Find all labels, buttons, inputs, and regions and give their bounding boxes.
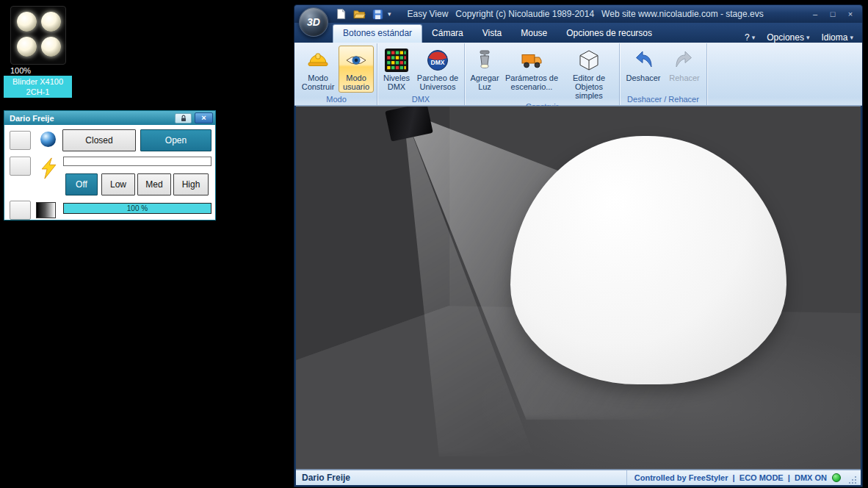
group-label-modo: Modo bbox=[299, 94, 374, 105]
parcheo-universos-button[interactable]: DMX Parcheo de Universos bbox=[414, 46, 461, 93]
shutter-closed-label: Closed bbox=[85, 135, 112, 146]
preset-button-shutter[interactable] bbox=[10, 131, 31, 150]
palette-body: Closed Open Off Low Med High bbox=[4, 125, 215, 220]
logo-text: 3D bbox=[307, 16, 320, 28]
redo-icon bbox=[673, 49, 696, 72]
viewport-3d[interactable] bbox=[296, 106, 861, 470]
level-med-label: Med bbox=[145, 179, 162, 190]
lock-icon bbox=[179, 114, 188, 122]
group-label-deshacer-rehacer: Deshacer / Rehacer bbox=[623, 94, 704, 105]
niveles-dmx-label: Niveles DMX bbox=[382, 73, 411, 91]
statusbar-right: Controlled by FreeStyler | ECO MODE | DM… bbox=[626, 470, 861, 485]
modo-construir-button[interactable]: Modo Construir bbox=[299, 46, 337, 93]
open-file-button[interactable] bbox=[352, 7, 366, 21]
resize-grip[interactable] bbox=[847, 475, 858, 485]
tab-opciones-de-recursos[interactable]: Opciones de recursos bbox=[557, 24, 662, 43]
deshacer-button[interactable]: Deshacer bbox=[623, 46, 664, 84]
caret-down-icon: ▾ bbox=[752, 34, 756, 41]
level-low-label: Low bbox=[110, 179, 126, 190]
preset-button-dimmer[interactable] bbox=[10, 201, 31, 220]
tab-label: Vista bbox=[482, 28, 502, 38]
statusbar-fixture-name: Dario Freije bbox=[296, 473, 350, 483]
niveles-dmx-button[interactable]: Niveles DMX bbox=[380, 46, 413, 93]
level-value-bar[interactable] bbox=[63, 157, 211, 166]
agregar-luz-button[interactable]: Agregar Luz bbox=[468, 46, 502, 93]
new-file-icon bbox=[336, 8, 346, 20]
ribbon: Modo Construir Modo usuario Modo bbox=[294, 43, 862, 106]
idioma-menu[interactable]: Idioma ▾ bbox=[821, 32, 853, 43]
close-icon: × bbox=[201, 114, 206, 122]
hard-hat-icon bbox=[306, 49, 330, 72]
undo-icon bbox=[632, 49, 655, 72]
palette-titlebar[interactable]: Dario Freije × bbox=[4, 111, 215, 125]
shutter-open-label: Open bbox=[165, 135, 187, 146]
level-med-button[interactable]: Med bbox=[137, 173, 171, 195]
rehacer-button[interactable]: Rehacer bbox=[665, 46, 704, 84]
tab-vista[interactable]: Vista bbox=[473, 24, 511, 43]
minimize-button[interactable]: – bbox=[809, 8, 822, 20]
fixture-channel: 2CH-1 bbox=[4, 87, 72, 97]
level-off-label: Off bbox=[76, 179, 87, 190]
tab-label: Botones estándar bbox=[343, 28, 412, 38]
help-menu[interactable]: ? ▾ bbox=[745, 32, 755, 43]
shutter-closed-button[interactable]: Closed bbox=[62, 129, 136, 151]
fixture-name: Blinder X4100 bbox=[4, 76, 72, 87]
group-dmx: Niveles DMX DMX Parcheo de Universos DMX bbox=[377, 43, 465, 105]
parametros-escenario-button[interactable]: Parámetros de escenario... bbox=[503, 46, 560, 93]
group-label-dmx: DMX bbox=[380, 94, 461, 105]
group-deshacer-rehacer: Deshacer Rehacer Deshacer / Rehacer bbox=[620, 43, 707, 105]
svg-text:DMX: DMX bbox=[431, 59, 445, 66]
dimmer-fader-bar[interactable]: 100 % bbox=[63, 203, 211, 214]
modo-construir-label: Modo Construir bbox=[300, 73, 336, 91]
dimmer-value: 100 % bbox=[127, 204, 148, 212]
qat-customize-button[interactable]: ▾ bbox=[388, 10, 391, 18]
tab-botones-estandar[interactable]: Botones estándar bbox=[333, 24, 422, 43]
dimmer-gradient-icon bbox=[36, 202, 56, 218]
save-button[interactable] bbox=[371, 7, 384, 21]
open-folder-icon bbox=[353, 9, 366, 19]
editor-objetos-button[interactable]: Editor de Objetos simples bbox=[562, 46, 616, 101]
close-icon: × bbox=[848, 10, 853, 18]
app-titlebar[interactable]: 3D bbox=[294, 5, 862, 23]
preset-button-level[interactable] bbox=[10, 157, 31, 176]
opciones-label: Opciones bbox=[767, 32, 804, 43]
spotlight-icon bbox=[473, 49, 496, 72]
tab-camara[interactable]: Cámara bbox=[422, 24, 473, 43]
help-label: ? bbox=[745, 32, 750, 43]
easy-view-window: 3D bbox=[294, 4, 863, 487]
level-low-button[interactable]: Low bbox=[101, 173, 135, 195]
truck-icon bbox=[520, 49, 543, 72]
right-menus: ? ▾ Opciones ▾ Idioma ▾ bbox=[745, 32, 862, 43]
app-logo-orb[interactable]: 3D bbox=[299, 7, 328, 37]
caret-down-icon: ▾ bbox=[388, 10, 391, 18]
agregar-luz-label: Agregar Luz bbox=[469, 73, 500, 91]
dmx-levels-icon bbox=[385, 49, 408, 72]
editor-objetos-label: Editor de Objetos simples bbox=[563, 73, 615, 100]
opciones-menu[interactable]: Opciones ▾ bbox=[767, 32, 809, 43]
level-high-label: High bbox=[182, 179, 200, 190]
fixture-lamp bbox=[17, 37, 37, 57]
new-file-button[interactable] bbox=[334, 7, 347, 21]
fixture-lamp bbox=[41, 37, 61, 57]
deshacer-label: Deshacer bbox=[626, 73, 660, 82]
dmx-universe-globe-icon: DMX bbox=[426, 49, 449, 72]
level-off-button[interactable]: Off bbox=[65, 173, 98, 195]
close-button[interactable]: × bbox=[844, 8, 857, 20]
group-construir: Agregar Luz Parámetros de escenario... bbox=[465, 43, 620, 105]
palette-title: Dario Freije bbox=[10, 114, 54, 123]
fixture-thumbnail[interactable] bbox=[10, 6, 66, 65]
statusbar-status-text: Controlled by FreeStyler | ECO MODE | DM… bbox=[634, 473, 827, 482]
tab-label: Opciones de recursos bbox=[566, 28, 652, 38]
idioma-label: Idioma bbox=[821, 32, 847, 43]
level-high-button[interactable]: High bbox=[173, 173, 209, 195]
shutter-open-button[interactable]: Open bbox=[140, 129, 211, 151]
modo-usuario-button[interactable]: Modo usuario bbox=[339, 46, 374, 93]
group-modo: Modo Construir Modo usuario Modo bbox=[296, 43, 377, 105]
fixture-label[interactable]: Blinder X4100 2CH-1 bbox=[4, 76, 72, 98]
lightning-icon bbox=[40, 157, 58, 179]
palette-close-button[interactable]: × bbox=[195, 112, 213, 123]
tab-mouse[interactable]: Mouse bbox=[511, 24, 557, 43]
lock-button[interactable] bbox=[175, 113, 192, 123]
fixture-intensity: 100% bbox=[10, 66, 31, 75]
maximize-button[interactable]: □ bbox=[826, 8, 839, 20]
